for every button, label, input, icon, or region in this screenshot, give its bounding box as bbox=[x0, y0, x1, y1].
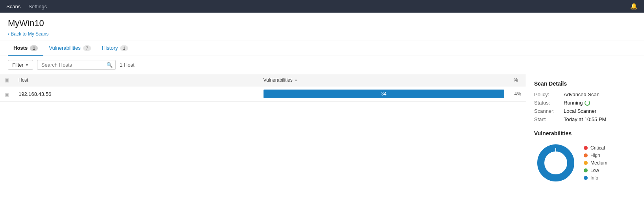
scanner-value: Local Scanner bbox=[564, 108, 596, 114]
col-host[interactable]: Host bbox=[14, 74, 259, 86]
col-pct: % bbox=[509, 74, 526, 86]
legend-info: Info bbox=[584, 175, 607, 181]
policy-value: Advanced Scan bbox=[564, 92, 599, 97]
legend-medium-label: Medium bbox=[590, 160, 607, 166]
tab-history-badge: 1 bbox=[120, 45, 128, 51]
hosts-table: ▣ Host Vulnerabilities ▾ % ▣ 192.168.43.… bbox=[0, 74, 526, 102]
nav-links: Scans Settings bbox=[6, 4, 47, 9]
vuln-bar-wrap: 34 bbox=[264, 90, 505, 98]
start-value: Today at 10:55 PM bbox=[564, 116, 606, 122]
tabs-bar: Hosts 1 Vulnerabilities 7 History 1 bbox=[0, 41, 644, 56]
nav-scans[interactable]: Scans bbox=[6, 4, 20, 9]
legend-low-label: Low bbox=[590, 168, 599, 173]
tab-history-label: History bbox=[102, 45, 118, 51]
hosts-table-section: ▣ Host Vulnerabilities ▾ % ▣ 192.168.43.… bbox=[0, 74, 526, 215]
status-label: Status: bbox=[534, 100, 564, 106]
filter-label: Filter bbox=[12, 62, 24, 68]
vuln-section-title: Vulnerabilities bbox=[534, 130, 636, 136]
nav-settings[interactable]: Settings bbox=[28, 4, 47, 9]
tab-hosts-label: Hosts bbox=[13, 45, 28, 51]
scan-details-panel: Scan Details Policy: Advanced Scan Statu… bbox=[526, 74, 644, 215]
row-vuln-bar-cell: 34 bbox=[259, 86, 509, 102]
sort-arrow-icon: ▾ bbox=[295, 78, 297, 82]
col-check: ▣ bbox=[0, 74, 14, 86]
donut-center bbox=[547, 154, 564, 172]
vuln-progress-bar: 34 bbox=[264, 90, 505, 98]
table-row[interactable]: ▣ 192.168.43.56 34 4% bbox=[0, 86, 526, 102]
legend-high-label: High bbox=[590, 153, 600, 158]
back-link[interactable]: ‹ Back to My Scans bbox=[8, 31, 48, 37]
search-input[interactable] bbox=[37, 60, 116, 70]
info-dot bbox=[584, 176, 588, 180]
legend-info-label: Info bbox=[590, 175, 598, 181]
row-checkbox-cell[interactable]: ▣ bbox=[0, 86, 14, 102]
medium-dot bbox=[584, 161, 588, 165]
detail-status: Status: Running bbox=[534, 100, 636, 106]
table-header-row: ▣ Host Vulnerabilities ▾ % bbox=[0, 74, 526, 86]
running-spinner-icon bbox=[585, 100, 590, 106]
low-dot bbox=[584, 168, 588, 172]
status-text: Running bbox=[564, 100, 583, 106]
tab-vuln-label: Vulnerabilities bbox=[49, 45, 80, 51]
donut-chart bbox=[534, 141, 577, 185]
vuln-chart-area: Critical High Medium Low Info bbox=[534, 141, 636, 185]
critical-dot bbox=[584, 146, 588, 150]
legend-low: Low bbox=[584, 168, 607, 173]
toolbar: Filter ▼ 🔍 1 Host bbox=[0, 56, 644, 74]
detail-policy: Policy: Advanced Scan bbox=[534, 92, 636, 97]
start-label: Start: bbox=[534, 116, 564, 122]
row-pct: 4% bbox=[509, 86, 526, 102]
legend-critical-label: Critical bbox=[590, 145, 605, 151]
detail-start: Start: Today at 10:55 PM bbox=[534, 116, 636, 122]
col-vulnerabilities[interactable]: Vulnerabilities ▾ bbox=[259, 74, 509, 86]
legend-high: High bbox=[584, 153, 607, 158]
row-host: 192.168.43.56 bbox=[14, 86, 259, 102]
donut-svg bbox=[534, 141, 577, 185]
tab-vuln-badge: 7 bbox=[83, 45, 91, 51]
legend-critical: Critical bbox=[584, 145, 607, 151]
policy-label: Policy: bbox=[534, 92, 564, 97]
tab-history[interactable]: History 1 bbox=[97, 41, 134, 56]
host-count: 1 Host bbox=[120, 62, 135, 68]
vuln-legend: Critical High Medium Low Info bbox=[584, 145, 607, 181]
filter-button[interactable]: Filter ▼ bbox=[8, 60, 33, 70]
page-title: MyWin10 bbox=[8, 18, 636, 28]
status-value: Running bbox=[564, 100, 590, 106]
main-layout: ▣ Host Vulnerabilities ▾ % ▣ 192.168.43.… bbox=[0, 74, 644, 215]
scanner-label: Scanner: bbox=[534, 108, 564, 114]
top-navigation: Scans Settings 🔔 bbox=[0, 0, 644, 13]
tab-vulnerabilities[interactable]: Vulnerabilities 7 bbox=[43, 41, 97, 56]
high-dot bbox=[584, 153, 588, 157]
vuln-count: 34 bbox=[381, 91, 386, 97]
bell-icon[interactable]: 🔔 bbox=[630, 3, 638, 10]
select-all-checkbox[interactable]: ▣ bbox=[5, 77, 9, 83]
page-header: MyWin10 ‹ Back to My Scans bbox=[0, 13, 644, 37]
detail-scanner: Scanner: Local Scanner bbox=[534, 108, 636, 114]
tab-hosts-badge: 1 bbox=[30, 45, 38, 51]
filter-arrow-icon: ▼ bbox=[25, 63, 29, 67]
search-wrap: 🔍 bbox=[37, 60, 116, 70]
scan-details-title: Scan Details bbox=[534, 80, 636, 87]
tab-hosts[interactable]: Hosts 1 bbox=[8, 41, 43, 56]
legend-medium: Medium bbox=[584, 160, 607, 166]
row-checkbox-icon[interactable]: ▣ bbox=[5, 92, 9, 97]
